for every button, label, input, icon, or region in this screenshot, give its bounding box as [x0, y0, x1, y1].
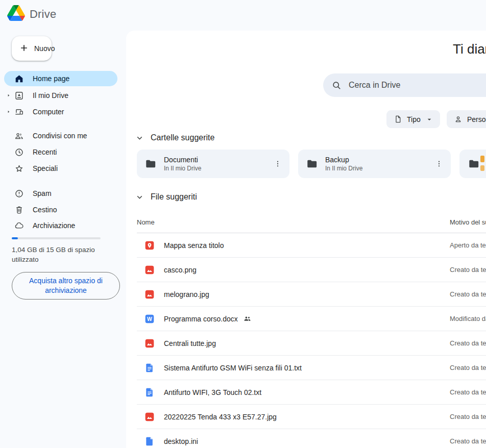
- more-options-icon[interactable]: [432, 157, 446, 171]
- column-header-name[interactable]: Nome: [137, 218, 155, 226]
- file-reason: Creato da te: [450, 364, 486, 371]
- buy-storage-button[interactable]: Acquista altro spazio di archiviazione: [12, 272, 120, 300]
- file-name: Programma corso.docx: [164, 315, 238, 323]
- filter-chip-people[interactable]: Persone: [447, 110, 486, 128]
- file-row[interactable]: Mappa senza titolo Aperto da te: [137, 233, 486, 258]
- search-icon: [331, 80, 342, 91]
- folder-card-documenti[interactable]: Documenti In Il mio Drive: [137, 150, 289, 178]
- sidebar-item-trash[interactable]: Cestino: [4, 202, 117, 217]
- file-row[interactable]: W Programma corso.docx Modificato da te: [137, 307, 486, 331]
- my-drive-icon: [14, 91, 24, 101]
- expand-chevron-icon[interactable]: [7, 110, 11, 114]
- file-name: melograno.jpg: [164, 290, 209, 298]
- partial-text-fragment: [480, 156, 484, 162]
- drive-logo-icon: [7, 5, 25, 23]
- sidebar-item-storage[interactable]: Archiviazione: [4, 218, 117, 233]
- search-input[interactable]: Cerca in Drive: [323, 73, 486, 97]
- column-header-reason[interactable]: Motivo del suggerimento: [450, 218, 486, 226]
- file-row[interactable]: casco.png Creato da te: [137, 258, 486, 282]
- search-placeholder: Cerca in Drive: [349, 81, 400, 90]
- sidebar-item-label: Home page: [33, 74, 69, 83]
- file-row[interactable]: melograno.jpg Creato da te: [137, 282, 486, 307]
- folder-icon: [306, 158, 318, 169]
- folder-location: In Il mio Drive: [164, 165, 201, 172]
- suggested-files-table: Mappa senza titolo Aperto da te casco.pn…: [137, 233, 486, 448]
- file-reason: Aperto da te: [450, 241, 486, 249]
- sidebar-item-label: Recenti: [33, 148, 57, 156]
- file-reason: Creato da te: [450, 437, 486, 445]
- sidebar-item-label: Archiviazione: [33, 221, 75, 230]
- sidebar-item-my-drive[interactable]: Il mio Drive: [4, 88, 117, 103]
- shared-indicator-icon: [243, 314, 252, 323]
- sidebar-item-computers[interactable]: Computer: [4, 104, 117, 119]
- cloud-icon: [14, 221, 24, 231]
- file-row[interactable]: Centrali tutte.jpg Creato da te: [137, 331, 486, 356]
- app-title: Drive: [30, 8, 56, 21]
- image-icon: [144, 289, 155, 300]
- folder-icon: [145, 158, 156, 169]
- computers-icon: [14, 107, 24, 117]
- file-row[interactable]: Sistema Antifurto GSM WiFi senza fili 01…: [137, 356, 486, 380]
- file-name: Antifurto WIFI, 3G Touch 02.txt: [164, 388, 261, 396]
- sidebar-item-shared-with-me[interactable]: Condivisi con me: [4, 128, 117, 143]
- drive-logo: Drive: [7, 5, 56, 23]
- folder-icon: [468, 158, 479, 169]
- folder-location: In Il mio Drive: [325, 165, 362, 172]
- word-icon: W: [144, 314, 155, 324]
- filter-chip-type[interactable]: Tipo: [386, 110, 440, 128]
- svg-text:W: W: [147, 316, 152, 321]
- file-row[interactable]: Antifurto WIFI, 3G Touch 02.txt Creato d…: [137, 380, 486, 405]
- welcome-heading: Ti diamo il benvenuto in Drive: [453, 41, 486, 57]
- file-row[interactable]: desktop.ini Creato da te: [137, 429, 486, 448]
- folder-card-backup[interactable]: Backup In Il mio Drive: [298, 150, 451, 178]
- file-type-icon: [394, 115, 402, 123]
- shared-people-icon: [14, 131, 24, 141]
- storage-usage-text: 1,04 GB di 15 GB di spazio utilizzato: [12, 245, 107, 264]
- folder-name: Documenti: [164, 156, 201, 164]
- file-row[interactable]: 20220225 Tenda 433 x3 E57.27.jpg Creato …: [137, 405, 486, 429]
- spam-icon: [14, 189, 24, 198]
- filter-chip-label: Persone: [467, 115, 486, 123]
- file-name: Mappa senza titolo: [164, 241, 224, 250]
- sidebar-item-label: Condivisi con me: [33, 132, 87, 140]
- home-icon: [14, 74, 24, 84]
- filter-chip-label: Tipo: [407, 115, 421, 123]
- image-icon: [144, 338, 155, 349]
- sidebar-item-label: Computer: [33, 108, 64, 116]
- folder-card-partial[interactable]: [459, 150, 486, 178]
- file-reason: Modificato da te: [450, 315, 486, 322]
- file-name: casco.png: [164, 266, 197, 274]
- file-name: desktop.ini: [164, 437, 198, 445]
- new-button-label: Nuovo: [34, 44, 55, 53]
- storage-progress-fill: [12, 237, 18, 239]
- sidebar-item-label: Cestino: [33, 206, 57, 214]
- sidebar-item-spam[interactable]: Spam: [4, 186, 117, 201]
- file-name: Centrali tutte.jpg: [164, 339, 216, 347]
- storage-progress-bar: [12, 237, 101, 239]
- sidebar-item-label: Il mio Drive: [33, 91, 68, 99]
- sidebar-item-recent[interactable]: Recenti: [4, 144, 117, 160]
- person-icon: [454, 115, 463, 123]
- google-drive-window: Drive Nuovo Home page Il mio Drive Compu…: [0, 0, 486, 448]
- file-name: 20220225 Tenda 433 x3 E57.27.jpg: [164, 413, 277, 421]
- suggested-folders-header[interactable]: Cartelle suggerite: [135, 133, 214, 142]
- file-reason: Creato da te: [450, 290, 486, 298]
- more-options-icon[interactable]: [271, 157, 285, 171]
- generic-file-icon: [144, 436, 155, 446]
- trash-icon: [14, 205, 24, 215]
- plus-icon: [19, 43, 29, 55]
- sidebar-item-home[interactable]: Home page: [4, 71, 117, 86]
- suggested-files-header[interactable]: File suggeriti: [135, 192, 197, 202]
- new-button[interactable]: Nuovo: [12, 36, 52, 61]
- collapse-chevron-icon[interactable]: [135, 193, 144, 202]
- expand-chevron-icon[interactable]: [7, 93, 11, 97]
- text-file-icon: [144, 363, 155, 373]
- star-icon: [14, 164, 24, 173]
- sidebar-item-starred[interactable]: Speciali: [4, 161, 117, 176]
- partial-text-fragment: [480, 165, 484, 171]
- chevron-down-icon: [425, 115, 433, 123]
- file-reason: Creato da te: [450, 266, 486, 273]
- files-table-header: Nome Motivo del suggerimento: [137, 214, 486, 233]
- sidebar-item-label: Speciali: [33, 164, 58, 172]
- collapse-chevron-icon[interactable]: [135, 134, 144, 142]
